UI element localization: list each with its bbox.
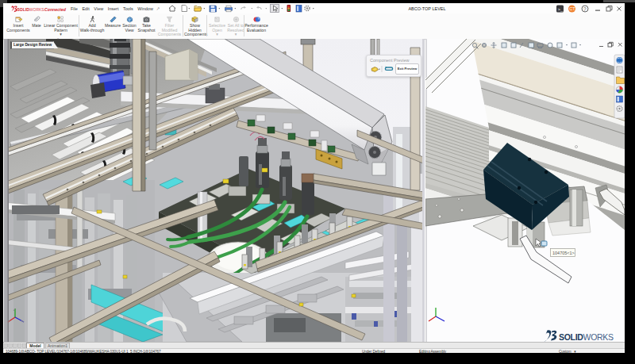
svg-text:SOLIDWORKS: SOLIDWORKS	[559, 332, 614, 342]
svg-text:Connected: Connected	[44, 7, 67, 12]
svg-text:?: ?	[583, 6, 587, 12]
svg-text:SOLIDWORKS: SOLIDWORKS	[17, 7, 45, 12]
svg-text:CT: CT	[569, 6, 575, 11]
svg-text:>_: >_	[558, 7, 564, 13]
svg-text:104705<1>: 104705<1>	[552, 251, 575, 255]
